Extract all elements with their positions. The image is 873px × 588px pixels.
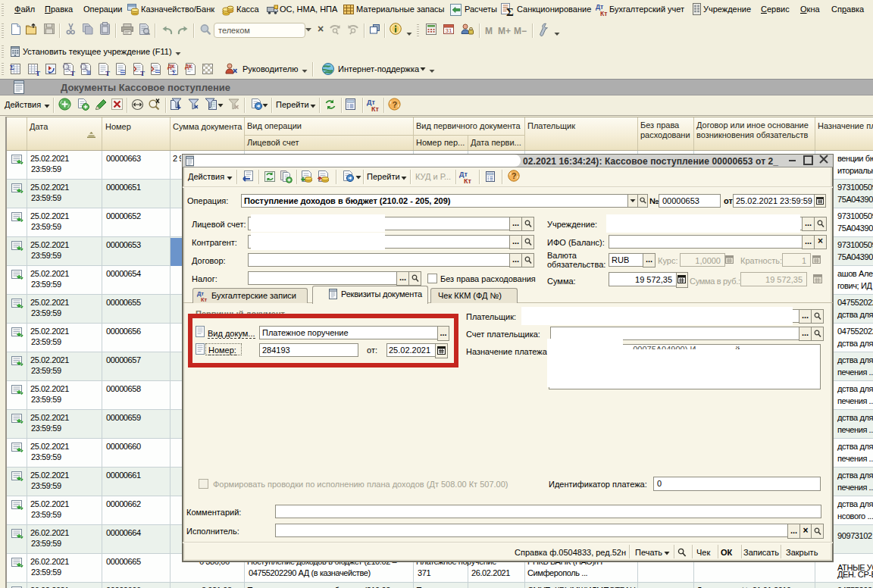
svg-text:?: ? [512,171,516,180]
svg-text:Кт: Кт [201,296,208,303]
svg-text:Кт: Кт [371,105,379,113]
svg-text:Дт: Дт [459,170,468,178]
svg-text:Σ: Σ [506,6,514,18]
svg-text:T: T [105,70,110,77]
svg-text:T: T [70,70,75,77]
svg-text:Кт: Кт [600,10,607,17]
svg-text:?: ? [392,100,397,109]
svg-text:Кт: Кт [464,177,471,185]
svg-text:Σ: Σ [172,69,177,77]
svg-text:Дт: Дт [367,99,375,106]
svg-text:T: T [36,70,40,77]
svg-text:ДК: ДК [185,64,192,70]
svg-text:T: T [140,70,145,77]
svg-text:Σ: Σ [10,64,14,71]
svg-text:31: 31 [446,27,452,34]
